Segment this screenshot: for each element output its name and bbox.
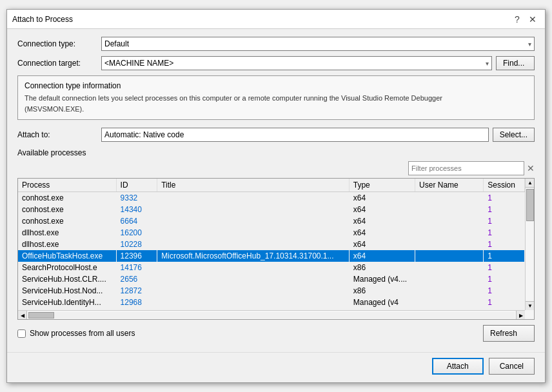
- cell-title: [157, 204, 350, 215]
- cell-process: dllhost.exe: [18, 227, 116, 239]
- connection-type-arrow-icon: ▾: [528, 41, 531, 48]
- scroll-up-button[interactable]: ▲: [526, 179, 535, 188]
- show-all-users-checkbox[interactable]: [17, 329, 26, 338]
- cell-id: 14176: [116, 262, 157, 273]
- cell-username: [415, 250, 484, 262]
- table-row[interactable]: ServiceHub.Host.Nod... 12872 x86 1: [18, 285, 525, 297]
- attach-button[interactable]: Attach: [432, 358, 484, 375]
- table-row[interactable]: conhost.exe 6664 x64 1: [18, 215, 525, 227]
- cell-id: 14340: [116, 204, 157, 215]
- cell-id: 16200: [116, 227, 157, 239]
- cell-title: Microsoft.MicrosoftOfficeHub_17.10314.31…: [157, 250, 350, 262]
- cell-username: [415, 204, 484, 215]
- connection-type-value: Default: [104, 39, 129, 48]
- cell-id: 2656: [116, 273, 157, 285]
- connection-target-combo[interactable]: <MACHINE NAME> ▾: [101, 56, 492, 70]
- vertical-scrollbar[interactable]: ▲ ▼: [525, 179, 534, 310]
- cell-process: ServiceHub.Host.Nod...: [18, 285, 116, 297]
- connection-target-arrow-icon: ▾: [486, 60, 489, 67]
- cell-type: Managed (v4....: [349, 273, 415, 285]
- title-bar-title: Attach to Process: [12, 15, 73, 24]
- hscroll-track: [28, 312, 515, 318]
- dialog-footer: Attach Cancel: [7, 352, 545, 382]
- cell-username: [415, 297, 484, 308]
- table-row[interactable]: conhost.exe 14340 x64 1: [18, 204, 525, 215]
- cell-id: 9332: [116, 192, 157, 204]
- select-button[interactable]: Select...: [493, 128, 535, 142]
- available-processes-title: Available processes: [17, 148, 535, 157]
- process-table-container: Process ID Title Type User Name Session …: [17, 178, 535, 320]
- cell-type: Managed (v4: [349, 297, 415, 308]
- table-row[interactable]: OfficeHubTaskHost.exe 12396 Microsoft.Mi…: [18, 250, 525, 262]
- filter-input[interactable]: [408, 161, 524, 175]
- col-header-title: Title: [157, 179, 350, 192]
- cell-title: [157, 239, 350, 250]
- connection-type-combo[interactable]: Default ▾: [101, 37, 535, 51]
- help-button[interactable]: ?: [510, 12, 524, 26]
- close-button[interactable]: ✕: [526, 12, 540, 26]
- cell-process: ServiceHub.Host.CLR....: [18, 273, 116, 285]
- table-row[interactable]: dllhost.exe 10228 x64 1: [18, 239, 525, 250]
- table-row[interactable]: SearchProtocolHost.e 14176 x86 1: [18, 262, 525, 273]
- cell-id: 12968: [116, 297, 157, 308]
- cell-process: conhost.exe: [18, 204, 116, 215]
- scroll-down-button[interactable]: ▼: [526, 301, 535, 310]
- cell-type: x64: [349, 192, 415, 204]
- col-header-type: Type: [349, 179, 415, 192]
- cell-title: [157, 273, 350, 285]
- refresh-button[interactable]: Refresh: [483, 325, 535, 342]
- table-row[interactable]: dllhost.exe 16200 x64 1: [18, 227, 525, 239]
- scroll-thumb[interactable]: [526, 189, 534, 221]
- filter-clear-button[interactable]: ✕: [527, 164, 535, 173]
- cell-username: [415, 239, 484, 250]
- table-row[interactable]: ServiceHub.Host.CLR.... 2656 Managed (v4…: [18, 273, 525, 285]
- scroll-left-button[interactable]: ◀: [18, 311, 27, 320]
- cell-session: 1: [484, 250, 525, 262]
- attach-to-process-dialog: Attach to Process ? ✕ Connection type: D…: [6, 9, 546, 383]
- cell-title: [157, 262, 350, 273]
- cell-id: 10228: [116, 239, 157, 250]
- cell-type: x64: [349, 204, 415, 215]
- scroll-right-button[interactable]: ▶: [516, 311, 525, 320]
- cell-session: 1: [484, 192, 525, 204]
- cell-process: conhost.exe: [18, 215, 116, 227]
- cell-username: [415, 227, 484, 239]
- process-table-body: conhost.exe 9332 x64 1 conhost.exe 14340…: [18, 192, 525, 309]
- cell-session: 1: [484, 215, 525, 227]
- cancel-button[interactable]: Cancel: [489, 358, 535, 375]
- title-bar: Attach to Process ? ✕: [7, 10, 545, 29]
- info-box-text: The default connection lets you select p…: [25, 93, 527, 114]
- attach-to-label-text: Attach to:: [17, 130, 50, 139]
- table-row[interactable]: conhost.exe 9332 x64 1: [18, 192, 525, 204]
- table-row[interactable]: ServiceHub.IdentityH... 12968 Managed (v…: [18, 297, 525, 308]
- title-bar-buttons: ? ✕: [510, 12, 540, 26]
- cell-id: 6664: [116, 215, 157, 227]
- attach-to-label: Attach to:: [17, 130, 101, 139]
- cell-id: 12872: [116, 285, 157, 297]
- process-table-header: Process ID Title Type User Name Session: [18, 179, 525, 192]
- connection-type-label: Connection type:: [17, 39, 101, 48]
- cell-process: dllhost.exe: [18, 239, 116, 250]
- cell-username: [415, 273, 484, 285]
- cell-session: 1: [484, 285, 525, 297]
- attach-to-input[interactable]: [101, 128, 489, 142]
- horizontal-scrollbar[interactable]: ◀ ▶: [18, 310, 525, 319]
- cell-type: x64: [349, 239, 415, 250]
- dialog-content: Connection type: Default ▾ Connection ta…: [7, 29, 545, 352]
- cell-username: [415, 285, 484, 297]
- scrollbar-corner: [525, 310, 534, 319]
- cell-type: x86: [349, 285, 415, 297]
- cell-title: [157, 227, 350, 239]
- hscroll-thumb[interactable]: [28, 312, 54, 318]
- find-button[interactable]: Find...: [496, 56, 535, 70]
- connection-type-row: Connection type: Default ▾: [17, 37, 535, 51]
- cell-type: x64: [349, 250, 415, 262]
- process-table-scroll: Process ID Title Type User Name Session …: [18, 179, 525, 310]
- show-all-users-label[interactable]: Show processes from all users: [17, 329, 135, 338]
- connection-target-row: Connection target: <MACHINE NAME> ▾ Find…: [17, 56, 535, 70]
- process-table: Process ID Title Type User Name Session …: [18, 179, 525, 308]
- cell-process: SearchProtocolHost.e: [18, 262, 116, 273]
- attach-to-control: Select...: [101, 128, 535, 142]
- cell-title: [157, 285, 350, 297]
- show-all-users-text: Show processes from all users: [30, 329, 135, 338]
